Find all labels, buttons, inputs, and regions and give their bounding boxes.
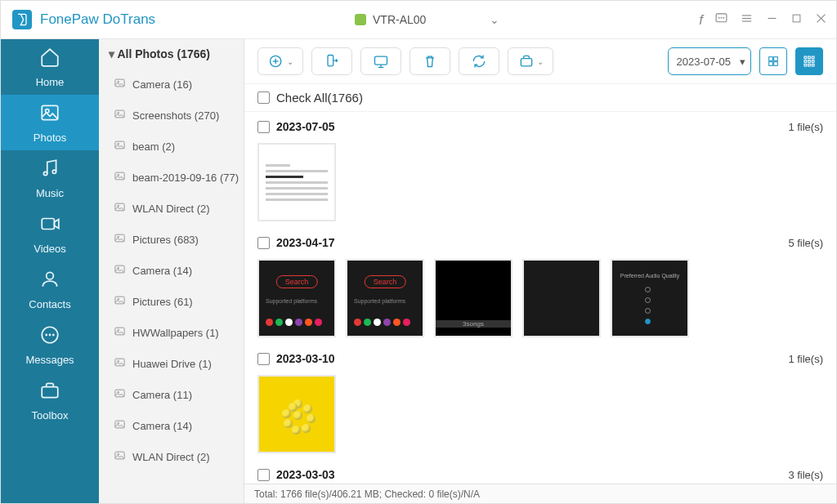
folder-list-header[interactable]: ▾ All Photos (1766) [99,39,244,69]
chevron-down-icon: ⌄ [537,57,544,66]
folder-item[interactable]: Camera (14) [99,410,244,441]
delete-button[interactable] [410,47,450,75]
folder-item[interactable]: HWWallpapers (1) [99,317,244,348]
group-checkbox[interactable] [257,469,270,481]
photo-thumbnail[interactable]: 3songs [434,259,512,337]
sidebar-item-home[interactable]: Home [1,39,99,95]
svg-rect-65 [812,60,814,63]
music-icon [39,158,60,184]
content-area: ⌄ ⌄ 2023-07-05 [244,39,836,503]
close-button[interactable] [814,11,828,28]
folder-label: WLAN Direct (2) [132,451,210,463]
folder-item[interactable]: beam (2) [99,131,244,162]
image-icon [114,139,126,154]
folder-label: Pictures (683) [132,234,199,246]
sidebar-item-photos[interactable]: Photos [1,95,99,150]
sidebar-item-music[interactable]: Music [1,150,99,206]
folder-item[interactable]: Pictures (683) [99,224,244,255]
feedback-icon[interactable] [714,11,728,28]
videos-icon [39,213,60,239]
date-filter[interactable]: 2023-07-05 [668,47,752,75]
svg-rect-15 [42,218,54,229]
status-bar: Total: 1766 file(s)/406.21 MB; Checked: … [244,484,836,503]
sidebar-item-messages[interactable]: Messages [1,317,99,372]
device-name: VTR-AL00 [373,13,426,26]
sidebar-item-toolbox[interactable]: Toolbox [1,372,99,428]
group-file-count: 1 file(s) [788,121,823,133]
svg-rect-63 [804,60,807,63]
date-group-header: 2023-03-101 file(s) [257,347,823,370]
photo-thumbnail[interactable]: SearchSupported platforms [346,259,424,337]
folder-item[interactable]: WLAN Direct (2) [99,441,244,472]
folder-item[interactable]: beam-2019-09-16 (77) [99,162,244,193]
group-checkbox[interactable] [257,237,270,249]
photos-icon [39,102,60,128]
folder-item[interactable]: Camera (14) [99,255,244,286]
photos-area[interactable]: 2023-07-051 file(s)2023-04-175 file(s)Se… [244,112,836,484]
chevron-down-icon: ⌄ [490,13,499,26]
folder-label: Camera (14) [132,420,192,432]
check-all-checkbox[interactable] [257,91,270,104]
image-icon [114,108,126,123]
svg-rect-56 [769,57,773,61]
app-brand: FonePaw DoTrans [40,11,155,28]
photo-thumbnail[interactable]: Preferred Audio Quality [611,259,689,337]
sidebar-item-label: Home [36,76,65,88]
image-icon [114,232,126,247]
export-to-pc-button[interactable] [360,47,401,75]
folder-label: Camera (16) [132,78,192,91]
svg-point-18 [46,334,47,335]
folder-item[interactable]: Camera (11) [99,379,244,410]
album-button[interactable]: ⌄ [508,47,553,75]
image-icon [114,387,126,402]
folder-label: Camera (14) [132,265,192,277]
add-button[interactable]: ⌄ [257,47,303,75]
group-checkbox[interactable] [257,121,270,133]
folder-item[interactable]: Screenshots (270) [99,100,244,131]
folder-item[interactable]: Huawei Drive (1) [99,348,244,379]
share-icon[interactable]: f [699,13,703,27]
sidebar-item-contacts[interactable]: Contacts [1,261,99,317]
maximize-button[interactable] [790,12,803,27]
svg-rect-52 [375,56,387,65]
date-group-header: 2023-03-033 file(s) [257,463,823,484]
svg-rect-11 [42,105,58,119]
folder-label: WLAN Direct (2) [132,203,210,215]
view-grid-button[interactable] [795,47,823,75]
image-icon [114,201,126,216]
group-file-count: 3 file(s) [788,469,823,481]
toolbox-icon [39,380,60,406]
date-group-header: 2023-07-051 file(s) [257,115,823,138]
sidebar-item-label: Messages [25,354,74,366]
photo-thumbnail[interactable] [522,259,601,337]
folder-item[interactable]: WLAN Direct (2) [99,193,244,224]
photo-thumbnail[interactable] [257,375,336,453]
check-all-label: Check All(1766) [276,91,363,105]
refresh-button[interactable] [459,47,499,75]
photo-thumbnail[interactable] [257,143,336,221]
group-checkbox[interactable] [257,353,270,365]
view-list-button[interactable] [759,47,787,75]
folder-item[interactable]: Pictures (61) [99,286,244,317]
thumbnail-row: SearchSupported platformsSearchSupported… [257,254,823,347]
date-group-header: 2023-04-175 file(s) [257,231,823,254]
minimize-button[interactable] [765,11,779,28]
menu-icon[interactable] [740,11,754,28]
export-to-device-button[interactable] [311,47,352,75]
svg-rect-21 [42,386,58,397]
image-icon [114,263,126,278]
svg-point-2 [721,17,722,18]
title-bar: FonePaw DoTrans VTR-AL00 ⌄ f [1,1,836,39]
sidebar-item-label: Videos [34,243,66,255]
folder-heading: All Photos (1766) [117,47,210,60]
sidebar: Home Photos Music Videos Contacts Messag… [1,39,99,503]
android-icon [355,14,366,25]
sidebar-item-videos[interactable]: Videos [1,206,99,261]
image-icon [114,77,126,91]
folder-item[interactable]: Camera (16) [99,69,244,100]
svg-point-1 [718,17,719,18]
status-text: Total: 1766 file(s)/406.21 MB; Checked: … [254,488,480,500]
device-selector[interactable]: VTR-AL00 ⌄ [355,7,499,32]
svg-rect-51 [328,56,333,66]
photo-thumbnail[interactable]: SearchSupported platforms [257,259,336,337]
